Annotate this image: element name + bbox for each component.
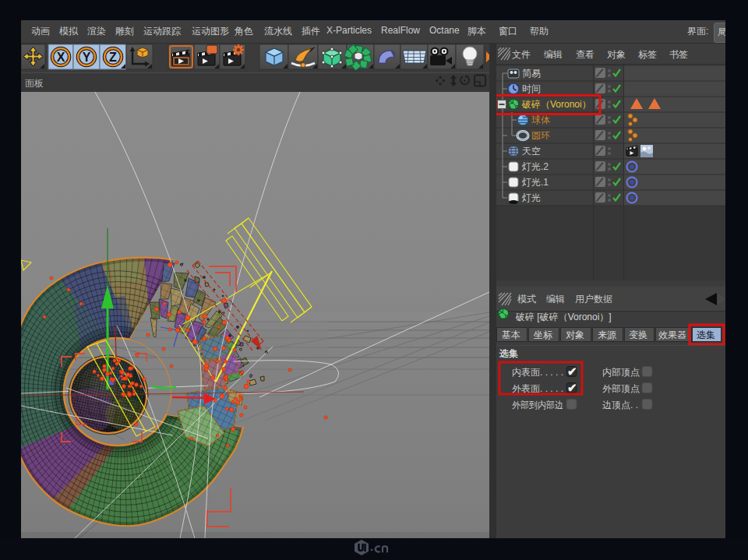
svg-text:灯光.2: 灯光.2 [521,161,549,172]
svg-text:编辑: 编辑 [546,294,565,305]
svg-text:球体: 球体 [531,114,550,125]
svg-text:外部到内部边: 外部到内部边 [512,400,563,410]
svg-text:✔: ✔ [567,365,577,378]
svg-text:模式: 模式 [517,294,536,305]
svg-text:Z: Z [109,51,117,64]
svg-text:外部顶点: 外部顶点 [602,383,640,394]
svg-text:坐标: 坐标 [533,329,553,340]
svg-text:变换: 变换 [629,329,647,340]
svg-text:内表面. . . . . .: 内表面. . . . . . [512,367,569,378]
svg-text:简易: 简易 [522,68,541,79]
svg-text:内部顶点: 内部顶点 [602,367,640,378]
svg-text:灯光.1: 灯光.1 [521,177,549,188]
svg-text:来源: 来源 [598,329,616,340]
svg-text:破碎（Voronoi）: 破碎（Voronoi） [521,99,591,110]
svg-text:Y: Y [83,51,91,64]
svg-text:效果器: 效果器 [658,329,686,340]
svg-text:基本: 基本 [502,329,520,340]
svg-text:破碎 [破碎（Voronoi）]: 破碎 [破碎（Voronoi）] [515,312,612,322]
svg-text:对象: 对象 [566,329,584,340]
svg-text:时间: 时间 [522,83,541,94]
svg-text:边顶点. .: 边顶点. . [602,400,638,410]
svg-text:圆环: 圆环 [531,130,550,141]
svg-text:选集: 选集 [697,329,715,340]
svg-text:✔: ✔ [567,381,577,394]
svg-text:用户数据: 用户数据 [575,294,612,305]
svg-text:天空: 天空 [522,146,541,157]
svg-text:外表面. . . . . .: 外表面. . . . . . [512,383,569,394]
svg-text:灯光: 灯光 [521,192,541,203]
svg-text:X: X [57,51,65,64]
svg-text:选集: 选集 [499,348,518,359]
